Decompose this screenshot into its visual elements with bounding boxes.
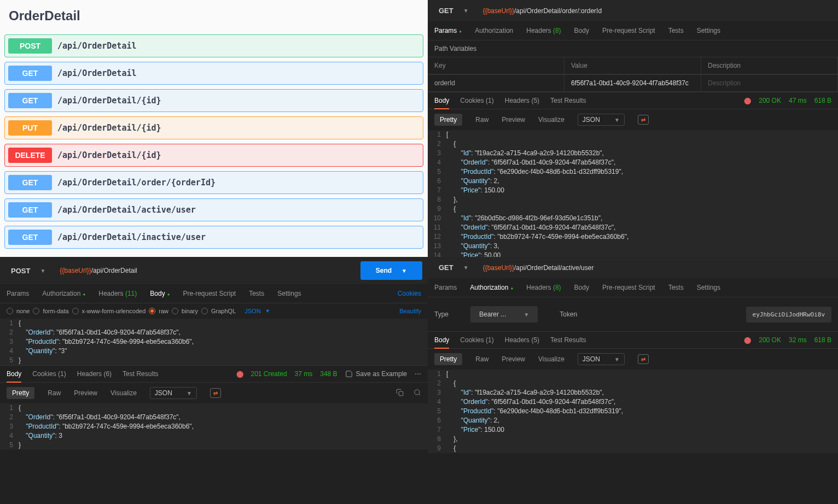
copy-icon[interactable] [396, 389, 404, 398]
postman-panel-get-active: GET▼ {{baseUrl}}/api/OrderDetail/active/… [428, 257, 838, 504]
swagger-title: OrderDetail [9, 8, 423, 24]
response-tab-tests[interactable]: Test Results [123, 370, 158, 378]
radio-binary[interactable]: binary [172, 308, 198, 314]
tab-settings[interactable]: Settings [277, 290, 301, 297]
send-button[interactable]: Send▼ [360, 261, 422, 280]
method-selector[interactable]: GET▼ [433, 4, 474, 17]
wrap-icon[interactable]: ⇄ [638, 354, 649, 364]
body-format-selector[interactable]: JSON▼ [245, 308, 270, 314]
tab-params[interactable]: Params [434, 27, 462, 34]
method-selector[interactable]: GET▼ [433, 261, 474, 274]
response-tab-cookies[interactable]: Cookies (1) [460, 336, 493, 344]
endpoint-delete[interactable]: DELETE/api/OrderDetail/{id} [4, 144, 423, 167]
view-preview[interactable]: Preview [74, 389, 97, 397]
path-var-row[interactable]: orderId6f56f7a1-0bd1-40c9-9204-4f7ab548f… [428, 74, 838, 92]
endpoint-path: /api/OrderDetail/active/user [57, 205, 196, 215]
radio-none[interactable]: none [7, 308, 30, 314]
response-body[interactable]: 1{2 "OrderId": "6f56f7a1-0bd1-40c9-9204-… [0, 403, 428, 450]
url-field[interactable]: {{baseUrl}}/api/OrderDetail/active/user [483, 264, 594, 272]
tab-prerequest[interactable]: Pre-request Script [183, 290, 236, 297]
endpoint-put[interactable]: PUT/api/OrderDetail/{id} [4, 116, 423, 139]
response-tab-tests[interactable]: Test Results [550, 97, 586, 104]
view-visualize[interactable]: Visualize [110, 389, 137, 397]
view-pretty[interactable]: Pretty [7, 387, 34, 399]
response-tab-body[interactable]: Body [434, 336, 449, 344]
radio-xwww[interactable]: x-www-form-urlencoded [72, 308, 146, 314]
tab-tests[interactable]: Tests [668, 284, 684, 291]
tab-prerequest[interactable]: Pre-request Script [602, 27, 655, 34]
response-body[interactable]: 1[2 {3 "Id": "f19ac2a2-a715-4ca9-a2c9-14… [428, 370, 838, 453]
view-raw[interactable]: Raw [475, 116, 488, 124]
tab-headers[interactable]: Headers (11) [98, 290, 137, 297]
view-raw[interactable]: Raw [48, 389, 61, 397]
cookies-link[interactable]: Cookies [398, 290, 421, 297]
wrap-icon[interactable]: ⇄ [210, 388, 221, 398]
response-tab-body[interactable]: Body [434, 97, 449, 104]
tab-body[interactable]: Body [574, 284, 589, 291]
response-tab-cookies[interactable]: Cookies (1) [32, 370, 66, 378]
tab-body[interactable]: Body [150, 290, 170, 297]
tab-authorization[interactable]: Authorization [470, 284, 513, 291]
url-field[interactable]: {{baseUrl}}/api/OrderDetail/order/:order… [483, 7, 602, 15]
endpoint-get[interactable]: GET/api/OrderDetail/{id} [4, 89, 423, 112]
method-badge: GET [8, 93, 52, 108]
format-selector[interactable]: JSON▼ [578, 114, 625, 126]
tab-headers[interactable]: Headers (8) [526, 27, 561, 34]
radio-form-data[interactable]: form-data [33, 308, 68, 314]
more-icon[interactable]: ⋯ [415, 370, 421, 378]
endpoint-get[interactable]: GET/api/OrderDetail [4, 62, 423, 85]
response-tab-cookies[interactable]: Cookies (1) [460, 97, 493, 104]
tab-settings[interactable]: Settings [697, 284, 720, 291]
postman-panel-post: POST▼ {{baseUrl}}/api/OrderDetail Send▼ … [0, 257, 428, 504]
endpoint-get[interactable]: GET/api/OrderDetail/inactive/user [4, 226, 423, 249]
endpoint-path: /api/OrderDetail/order/{orderId} [57, 178, 216, 187]
response-time: 37 ms [295, 370, 313, 378]
format-selector[interactable]: JSON▼ [578, 353, 625, 365]
method-selector[interactable]: POST▼ [5, 265, 51, 277]
view-pretty[interactable]: Pretty [434, 353, 462, 365]
endpoint-get[interactable]: GET/api/OrderDetail/order/{orderId} [4, 171, 423, 194]
wrap-icon[interactable]: ⇄ [638, 115, 649, 125]
response-tab-headers[interactable]: Headers (5) [505, 336, 539, 344]
auth-type-selector[interactable]: Bearer ...▼ [470, 306, 538, 323]
tab-settings[interactable]: Settings [697, 27, 720, 34]
view-visualize[interactable]: Visualize [538, 355, 565, 363]
response-tab-headers[interactable]: Headers (6) [77, 370, 112, 378]
view-pretty[interactable]: Pretty [434, 114, 462, 126]
globe-icon: ⬤ [744, 336, 751, 344]
response-tab-headers[interactable]: Headers (5) [505, 97, 539, 104]
view-raw[interactable]: Raw [475, 355, 488, 363]
method-badge: DELETE [8, 148, 52, 163]
token-label: Token [560, 310, 577, 318]
tab-tests[interactable]: Tests [249, 290, 264, 297]
tab-authorization[interactable]: Authorization [42, 290, 85, 297]
view-preview[interactable]: Preview [502, 116, 525, 124]
search-icon[interactable] [414, 389, 421, 398]
view-preview[interactable]: Preview [502, 355, 525, 363]
tab-tests[interactable]: Tests [668, 27, 684, 34]
request-body-editor[interactable]: 1{2 "OrderId": "6f56f7a1-0bd1-40c9-9204-… [0, 319, 428, 365]
response-body[interactable]: 1[2 {3 "Id": "f19ac2a2-a715-4ca9-a2c9-14… [428, 130, 838, 257]
tab-headers[interactable]: Headers (8) [526, 284, 561, 291]
save-as-example-button[interactable]: Save as Example [345, 370, 407, 378]
tab-body[interactable]: Body [574, 27, 589, 34]
tab-prerequest[interactable]: Pre-request Script [602, 284, 655, 291]
view-visualize[interactable]: Visualize [538, 116, 565, 124]
tab-params[interactable]: Params [7, 290, 29, 297]
token-input[interactable]: eyJhbGciOiJodHRwOi8v [746, 307, 831, 323]
beautify-button[interactable]: Beautify [399, 308, 421, 314]
response-tab-body[interactable]: Body [7, 370, 21, 378]
format-selector[interactable]: JSON▼ [150, 387, 197, 399]
endpoint-post[interactable]: POST/api/OrderDetail [4, 34, 423, 57]
endpoint-get[interactable]: GET/api/OrderDetail/active/user [4, 198, 423, 221]
url-field[interactable]: {{baseUrl}}/api/OrderDetail [60, 267, 137, 274]
endpoint-path: /api/OrderDetail/{id} [57, 150, 161, 160]
response-tab-tests[interactable]: Test Results [550, 336, 586, 344]
tab-authorization[interactable]: Authorization [475, 27, 513, 34]
radio-graphql[interactable]: GraphQL [201, 308, 236, 314]
tab-params[interactable]: Params [434, 284, 457, 291]
response-size: 618 B [814, 97, 831, 104]
chevron-down-icon: ▼ [463, 265, 469, 271]
radio-raw[interactable]: raw [149, 308, 168, 314]
response-size: 618 B [814, 336, 831, 344]
